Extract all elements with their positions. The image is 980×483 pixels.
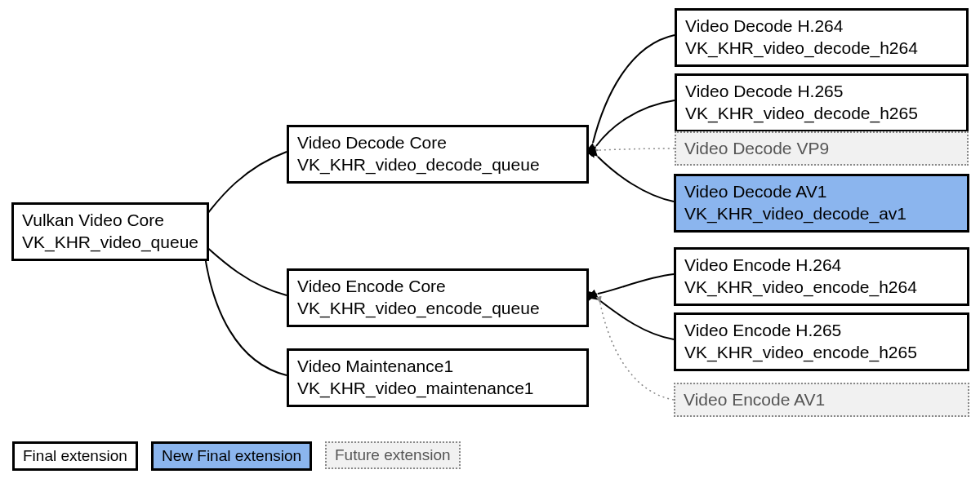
node-decode-core-title: Video Decode Core (297, 131, 578, 153)
node-maintenance-sub: VK_KHR_video_maintenance1 (297, 377, 578, 399)
node-core: Vulkan Video Core VK_KHR_video_queue (11, 202, 209, 261)
node-encode-h265: Video Encode H.265 VK_KHR_video_encode_h… (674, 312, 969, 371)
legend-new: New Final extension (151, 441, 312, 471)
legend-future: Future extension (325, 441, 461, 469)
node-decode-h265: Video Decode H.265 VK_KHR_video_decode_h… (675, 73, 969, 132)
node-encode-core-title: Video Encode Core (297, 275, 578, 297)
node-encode-h264-title: Video Encode H.264 (684, 254, 959, 276)
node-encode-core-sub: VK_KHR_video_encode_queue (297, 297, 578, 319)
node-encode-h264: Video Encode H.264 VK_KHR_video_encode_h… (674, 247, 969, 306)
node-decode-core: Video Decode Core VK_KHR_video_decode_qu… (287, 125, 589, 184)
node-decode-h264: Video Decode H.264 VK_KHR_video_decode_h… (675, 8, 969, 67)
node-decode-av1: Video Decode AV1 VK_KHR_video_decode_av1 (674, 174, 969, 233)
node-decode-av1-title: Video Decode AV1 (684, 180, 959, 202)
node-core-title: Vulkan Video Core (22, 209, 198, 231)
node-maintenance: Video Maintenance1 VK_KHR_video_maintena… (287, 348, 589, 407)
node-decode-h265-title: Video Decode H.265 (685, 80, 958, 102)
node-decode-av1-sub: VK_KHR_video_decode_av1 (684, 202, 959, 224)
node-encode-core: Video Encode Core VK_KHR_video_encode_qu… (287, 268, 589, 327)
node-decode-core-sub: VK_KHR_video_decode_queue (297, 153, 578, 175)
node-maintenance-title: Video Maintenance1 (297, 355, 578, 377)
node-encode-av1: Video Encode AV1 (674, 383, 969, 417)
node-encode-h265-title: Video Encode H.265 (684, 319, 959, 341)
node-decode-h265-sub: VK_KHR_video_decode_h265 (685, 102, 958, 124)
node-decode-h264-sub: VK_KHR_video_decode_h264 (685, 37, 958, 59)
legend-final: Final extension (12, 441, 138, 471)
node-decode-h264-title: Video Decode H.264 (685, 15, 958, 37)
node-core-sub: VK_KHR_video_queue (22, 231, 198, 253)
node-encode-h265-sub: VK_KHR_video_encode_h265 (684, 341, 959, 363)
diagram-canvas: Vulkan Video Core VK_KHR_video_queue Vid… (0, 0, 980, 483)
node-decode-vp9-title: Video Decode VP9 (684, 137, 959, 159)
node-encode-h264-sub: VK_KHR_video_encode_h264 (684, 276, 959, 298)
node-decode-vp9: Video Decode VP9 (675, 131, 969, 166)
node-encode-av1-title: Video Encode AV1 (684, 388, 960, 410)
